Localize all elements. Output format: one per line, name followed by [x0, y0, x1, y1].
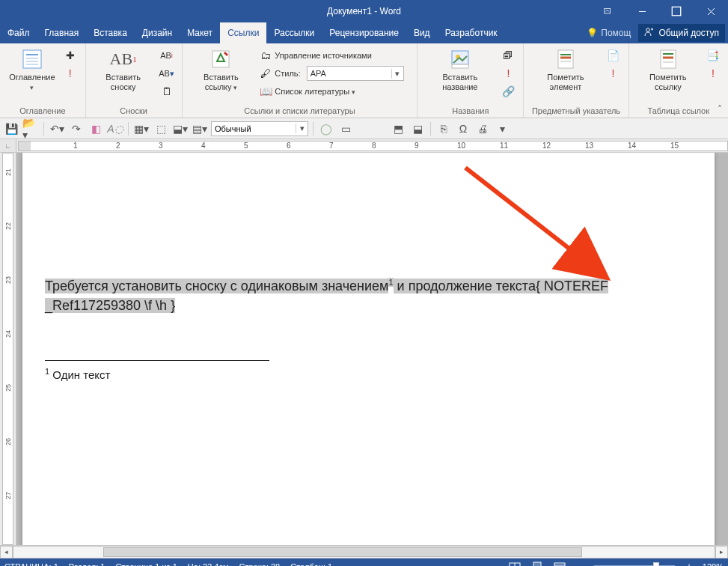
close-button[interactable]: [694, 0, 728, 22]
horizontal-scrollbar[interactable]: ◂ ▸: [0, 545, 728, 558]
insert-toa-button[interactable]: 📑: [704, 47, 722, 64]
bibliography-icon: 📖: [260, 85, 272, 97]
open-icon[interactable]: 📂▾: [22, 121, 39, 137]
next-footnote-button[interactable]: AB▾: [158, 65, 176, 82]
save-icon[interactable]: 💾: [3, 121, 19, 137]
status-section[interactable]: Раздел: 1: [69, 562, 105, 567]
clear-formatting-icon[interactable]: A◌: [107, 121, 123, 137]
show-notes-button[interactable]: 🗒: [158, 83, 176, 100]
insert-table-icon[interactable]: ▦▾: [133, 121, 150, 137]
document-canvas[interactable]: Требуется установить сноску с одинаковым…: [16, 153, 728, 545]
zoom-in-button[interactable]: +: [683, 561, 695, 566]
body-text[interactable]: Требуется установить сноску с одинаковым…: [45, 276, 692, 315]
tell-me[interactable]: 💡 Помощ: [582, 28, 635, 38]
tab-mailings[interactable]: Рассылки: [266, 22, 322, 43]
print-icon[interactable]: 🖨: [474, 121, 491, 137]
insert-endnote-button[interactable]: ABi: [158, 47, 176, 64]
tab-selector[interactable]: ∟: [0, 139, 16, 153]
update-index-button[interactable]: !: [605, 65, 623, 82]
tab-references[interactable]: Ссылки: [220, 22, 266, 43]
toc-icon: [20, 47, 44, 71]
ruler-tick: 8: [372, 142, 376, 150]
tof-icon: 🗊: [502, 49, 514, 61]
status-at[interactable]: На: 23,4см: [188, 562, 229, 567]
ruler-tick: 4: [201, 142, 206, 150]
scroll-thumb[interactable]: [103, 547, 582, 557]
status-page[interactable]: СТРАНИЦА: 1: [4, 562, 58, 567]
style-label: Стиль:: [275, 69, 300, 78]
tab-review[interactable]: Рецензирование: [322, 22, 406, 43]
vruler-tick: 24: [4, 329, 12, 339]
merge-cells-icon[interactable]: ⬚: [153, 121, 169, 137]
tab-file[interactable]: Файл: [0, 22, 37, 43]
share-button[interactable]: Общий доступ: [638, 24, 725, 42]
horizontal-ruler[interactable]: ∟ 123456789101112131415: [0, 139, 728, 153]
page-break-icon[interactable]: ⎘: [435, 121, 452, 137]
svg-rect-19: [661, 50, 676, 68]
footnote-ref-1: 1: [388, 278, 393, 287]
update-tof-button[interactable]: !: [499, 65, 517, 82]
maximize-button[interactable]: [659, 0, 694, 22]
zoom-out-button[interactable]: −: [575, 561, 587, 566]
insert-citation-button[interactable]: Вставить ссылку: [187, 46, 256, 93]
scroll-right-button[interactable]: ▸: [715, 546, 728, 559]
scroll-track[interactable]: [13, 546, 715, 559]
manage-sources-button[interactable]: 🗂 Управление источниками: [257, 47, 411, 64]
customize-qat-icon[interactable]: ▾: [494, 121, 510, 137]
add-text-icon: ✚: [64, 49, 76, 61]
style-combo[interactable]: Обычный ▾: [211, 121, 308, 136]
web-layout-icon[interactable]: [552, 561, 567, 567]
tab-design[interactable]: Дизайн: [135, 22, 180, 43]
status-column[interactable]: Столбец: 1: [290, 562, 332, 567]
ruler-tick: 2: [116, 142, 120, 150]
undo-icon[interactable]: ↶▾: [49, 121, 65, 137]
status-page-of[interactable]: Страница 1 из 1: [115, 562, 177, 567]
ribbon-display-icon[interactable]: [590, 0, 625, 22]
mark-entry-button[interactable]: Пометить элемент: [528, 46, 602, 93]
eraser-icon[interactable]: ◧: [88, 121, 104, 137]
symbol-icon[interactable]: Ω: [455, 121, 471, 137]
footnote-text[interactable]: 1 Один текст: [45, 367, 692, 381]
zoom-value[interactable]: 120%: [703, 562, 724, 567]
group-citations-caption: Ссылки и списки литературы: [187, 105, 413, 118]
zoom-knob[interactable]: [653, 562, 659, 567]
endnote-icon: ABi: [161, 49, 173, 61]
bibliography-button[interactable]: 📖 Список литературы: [257, 83, 411, 100]
collapse-ribbon-icon[interactable]: ˄: [713, 103, 727, 116]
minimize-button[interactable]: [625, 0, 659, 22]
insert-tof-button[interactable]: 🗊: [499, 47, 517, 64]
insert-footnote-button[interactable]: AB1 Вставить сноску: [91, 46, 156, 93]
vertical-ruler[interactable]: 21222324252627: [0, 153, 16, 545]
tab-insert[interactable]: Вставка: [86, 22, 135, 43]
split-cells-icon[interactable]: ⬓▾: [172, 121, 189, 137]
insert-caption-button[interactable]: Вставить название: [422, 46, 498, 93]
tab-view[interactable]: Вид: [406, 22, 438, 43]
group-citations: Вставить ссылку 🗂 Управление источниками…: [183, 43, 418, 118]
mark-entry-icon: [554, 47, 578, 71]
reading-view-icon[interactable]: [507, 561, 522, 567]
tab-developer[interactable]: Разработчик: [438, 22, 505, 43]
insert-below-icon[interactable]: ⬓: [409, 121, 426, 137]
scroll-left-button[interactable]: ◂: [0, 546, 13, 559]
svg-rect-2: [672, 7, 680, 15]
cross-reference-button[interactable]: 🔗: [499, 83, 517, 100]
add-text-button[interactable]: ✚: [61, 47, 79, 64]
citation-style-combo[interactable]: APA ▾: [307, 66, 404, 81]
rectangle-icon[interactable]: ▭: [337, 121, 354, 137]
tab-home[interactable]: Главная: [37, 22, 87, 43]
insert-above-icon[interactable]: ⬒: [390, 121, 406, 137]
update-toa-button[interactable]: !: [704, 65, 722, 82]
print-layout-icon[interactable]: [530, 561, 545, 567]
vruler-tick: 23: [4, 276, 12, 285]
update-toc-button[interactable]: !: [61, 65, 79, 82]
toc-button[interactable]: Оглавление: [4, 46, 60, 93]
redo-icon[interactable]: ↷: [68, 121, 85, 137]
table-props-icon[interactable]: ▤▾: [192, 121, 208, 137]
circle-icon[interactable]: ◯: [318, 121, 334, 137]
status-line[interactable]: Строка: 28: [239, 562, 281, 567]
insert-index-button[interactable]: 📄: [605, 47, 623, 64]
mark-citation-button[interactable]: Пометить ссылку: [634, 46, 703, 93]
tab-layout[interactable]: Макет: [180, 22, 220, 43]
lightbulb-icon: 💡: [587, 28, 598, 38]
page[interactable]: Требуется установить сноску с одинаковым…: [22, 153, 715, 545]
